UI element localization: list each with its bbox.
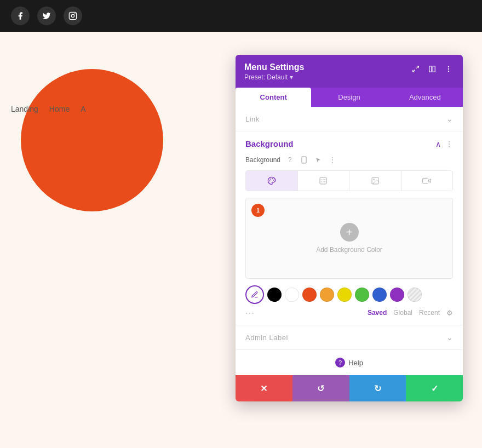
nav-item-landing[interactable]: Landing: [11, 105, 38, 113]
facebook-icon[interactable]: [11, 7, 30, 25]
nav-bar: Landing Home A: [0, 95, 230, 123]
svg-line-4: [413, 70, 415, 72]
svg-marker-20: [428, 179, 431, 183]
bg-type-video[interactable]: [401, 171, 453, 191]
add-color-plus-icon: +: [340, 223, 359, 242]
color-tab-saved[interactable]: Saved: [368, 309, 387, 317]
panel-columns-icon[interactable]: [427, 64, 438, 74]
tab-design[interactable]: Design: [311, 88, 387, 107]
swatch-black[interactable]: [267, 288, 282, 302]
color-swatches-row: [245, 285, 453, 304]
color-tab-group: Saved Global Recent ⚙: [368, 309, 453, 317]
svg-point-8: [448, 68, 449, 70]
background-section: Background ∧ ⋮ Background ?: [236, 131, 463, 325]
swatch-blue[interactable]: [372, 288, 387, 302]
nav-item-a[interactable]: A: [81, 105, 85, 113]
link-section-label: Link: [245, 115, 260, 123]
swatch-white[interactable]: [285, 288, 299, 302]
save-button[interactable]: ✓: [406, 375, 463, 401]
svg-line-3: [416, 66, 418, 68]
admin-label-chevron-icon: ⌄: [446, 333, 453, 342]
social-bar: [0, 0, 482, 32]
link-section[interactable]: Link ⌄: [236, 107, 463, 131]
svg-rect-10: [302, 157, 306, 163]
panel-fullscreen-icon[interactable]: [410, 64, 421, 74]
swatch-red[interactable]: [302, 288, 317, 302]
background-device-icon[interactable]: [299, 155, 309, 165]
svg-rect-5: [429, 66, 432, 72]
panel-preset[interactable]: Preset: Default ▾: [244, 73, 304, 81]
panel-tabs: Content Design Advanced: [236, 88, 463, 107]
color-more-button[interactable]: ···: [245, 308, 255, 317]
svg-point-2: [74, 14, 75, 14]
svg-point-19: [373, 179, 374, 180]
redo-button[interactable]: ↻: [349, 375, 406, 401]
swatch-transparent[interactable]: [408, 288, 422, 302]
svg-point-1: [71, 14, 74, 17]
color-footer-row: ··· Saved Global Recent ⚙: [245, 308, 453, 317]
bg-type-image[interactable]: [349, 171, 401, 191]
panel-body: Link ⌄ Background ∧ ⋮ Background ?: [236, 107, 463, 401]
svg-rect-15: [320, 177, 326, 184]
cancel-button[interactable]: ✕: [236, 375, 292, 401]
background-section-title: Background: [245, 139, 294, 148]
link-chevron-icon: ⌄: [446, 114, 453, 123]
color-settings-icon[interactable]: ⚙: [446, 309, 453, 317]
background-type-tabs: [245, 170, 453, 191]
undo-button[interactable]: ↺: [292, 375, 349, 401]
background-section-header: Background ∧ ⋮: [245, 139, 453, 148]
tab-content[interactable]: Content: [236, 88, 311, 107]
instagram-icon[interactable]: [64, 7, 82, 25]
help-label: Help: [348, 359, 363, 367]
bottom-action-bar: ✕ ↺ ↻ ✓: [236, 375, 463, 401]
swatch-green[interactable]: [355, 288, 369, 302]
background-help-icon[interactable]: ?: [285, 155, 295, 165]
color-tab-recent[interactable]: Recent: [419, 309, 440, 317]
nav-item-home[interactable]: Home: [49, 105, 70, 113]
swatch-purple[interactable]: [390, 288, 404, 302]
svg-point-14: [269, 181, 270, 181]
help-row[interactable]: ? Help: [236, 349, 463, 375]
panel-title: Menu Settings: [244, 62, 304, 72]
svg-point-12: [273, 180, 274, 181]
swatch-yellow-orange[interactable]: [320, 288, 334, 302]
tab-advanced[interactable]: Advanced: [387, 88, 463, 107]
background-cursor-icon[interactable]: [313, 155, 323, 165]
swatch-yellow[interactable]: [337, 288, 352, 302]
background-options-icon[interactable]: ⋮: [328, 155, 337, 165]
svg-point-13: [270, 179, 271, 180]
help-icon: ?: [335, 358, 345, 367]
background-collapse-icon[interactable]: ∧: [435, 140, 441, 148]
bg-type-gradient[interactable]: [298, 171, 350, 191]
background-more-icon[interactable]: ⋮: [445, 140, 453, 148]
add-color-label: Add Background Color: [316, 246, 382, 254]
background-sub-row: Background ? ⋮: [245, 155, 453, 165]
svg-point-9: [448, 71, 449, 72]
color-picker-button[interactable]: [245, 285, 264, 304]
settings-panel: Menu Settings Preset: Default ▾: [236, 55, 463, 401]
color-tab-global[interactable]: Global: [393, 309, 412, 317]
admin-label-text: Admin Label: [245, 334, 288, 342]
svg-point-11: [272, 179, 272, 179]
orange-circle-decoration: [21, 69, 163, 211]
panel-header-actions: [410, 64, 454, 74]
panel-more-icon[interactable]: [443, 64, 454, 74]
svg-rect-0: [69, 12, 76, 19]
step-badge: 1: [251, 204, 265, 217]
twitter-icon[interactable]: [37, 7, 56, 25]
bg-type-color[interactable]: [246, 171, 298, 191]
svg-point-7: [448, 66, 449, 67]
svg-rect-21: [423, 178, 428, 183]
color-canvas[interactable]: 1 + Add Background Color: [245, 198, 453, 279]
svg-rect-6: [433, 66, 435, 72]
admin-label-section[interactable]: Admin Label ⌄: [236, 325, 463, 349]
background-row-label: Background: [245, 156, 280, 164]
panel-header: Menu Settings Preset: Default ▾: [236, 55, 463, 88]
add-color-button[interactable]: + Add Background Color: [316, 223, 382, 254]
